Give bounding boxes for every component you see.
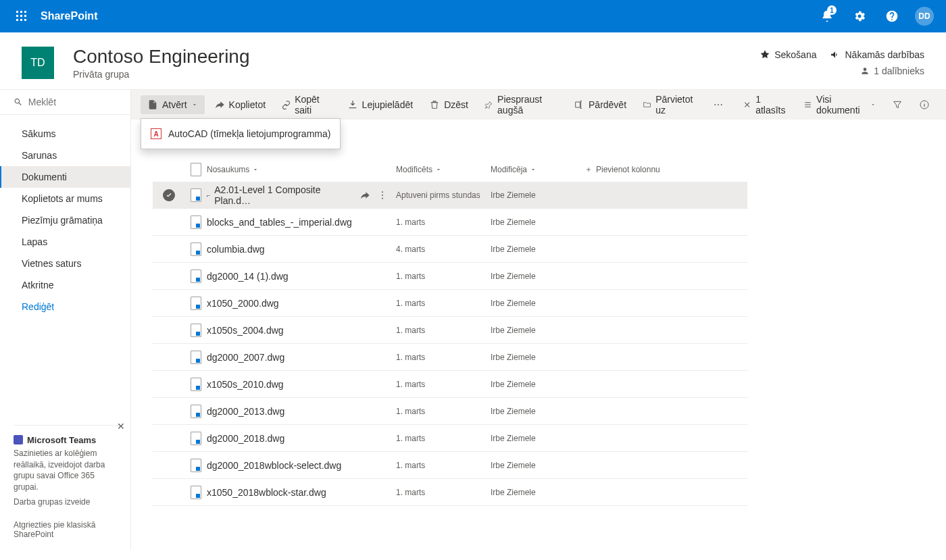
more-vertical-icon[interactable] (377, 190, 388, 201)
file-name[interactable]: dg2000_2013.dwg (207, 406, 284, 417)
svg-rect-4 (20, 15, 22, 17)
app-launcher-icon[interactable] (5, 0, 38, 32)
nav-item-0[interactable]: Sākums (0, 123, 130, 145)
download-button[interactable]: Lejupielādēt (341, 95, 420, 114)
file-name[interactable]: dg2000_2018.dwg (207, 433, 284, 444)
nav-item-8[interactable]: Rediģēt (0, 296, 130, 317)
delete-button[interactable]: Dzēst (422, 95, 475, 114)
chevron-down-icon (530, 166, 537, 173)
modified-by[interactable]: Irbe Ziemele (491, 353, 585, 362)
modified-by[interactable]: Irbe Ziemele (491, 434, 585, 443)
modified-by[interactable]: Irbe Ziemele (491, 461, 585, 470)
modified-date: 1. marts (396, 461, 491, 470)
share-icon[interactable] (359, 190, 370, 201)
move-button[interactable]: Pārvietot uz (636, 90, 703, 120)
table-row[interactable]: dg2000_2018.dwg1. martsIrbe Ziemele (153, 425, 747, 452)
modified-by[interactable]: Irbe Ziemele (491, 488, 585, 497)
nav-item-5[interactable]: Lapas (0, 231, 130, 253)
file-name[interactable]: columbia.dwg (207, 244, 265, 255)
nav-item-4[interactable]: Piezīmju grāmatiņa (0, 209, 130, 231)
table-row[interactable]: dg2000_2007.dwg1. martsIrbe Ziemele (153, 344, 747, 371)
settings-icon[interactable] (843, 0, 876, 32)
chevron-down-icon (252, 166, 259, 173)
nav-item-7[interactable]: Atkritne (0, 274, 130, 296)
document-table: Nosaukums Modificēts Modificēja Pievieno… (153, 157, 747, 506)
table-row[interactable]: x1050_2018wblock-star.dwg1. martsIrbe Zi… (153, 479, 747, 506)
file-name[interactable]: dg2000_2007.dwg (207, 352, 284, 363)
column-header-modified[interactable]: Modificēts (396, 165, 491, 174)
table-row[interactable]: x1050s_2010.dwg1. martsIrbe Ziemele (153, 371, 747, 398)
file-name[interactable]: dg2000_2018wblock-select.dwg (207, 460, 341, 471)
autocad-icon: A (151, 128, 161, 139)
modified-by[interactable]: Irbe Ziemele (491, 218, 585, 227)
nav-item-3[interactable]: Koplietots ar mums (0, 188, 130, 209)
notifications-icon[interactable]: 1 (811, 0, 843, 32)
next-steps-button[interactable]: Nākamās darbības (830, 49, 924, 60)
selected-count[interactable]: 1 atlasīts (736, 90, 794, 120)
app-name[interactable]: SharePoint (41, 10, 97, 22)
pin-button[interactable]: Piespraust augšā (478, 90, 564, 120)
modified-by[interactable]: Irbe Ziemele (491, 326, 585, 335)
file-name[interactable]: x1050s_2010.dwg (207, 379, 284, 390)
site-logo[interactable]: TD (22, 47, 54, 79)
open-dropdown: A AutoCAD (tīmekļa lietojumprogramma) (141, 118, 341, 149)
nav-list: SākumsSarunasDokumentiKoplietots ar mums… (0, 115, 130, 417)
modified-by[interactable]: Irbe Ziemele (491, 245, 585, 254)
info-button[interactable] (912, 95, 937, 114)
table-row[interactable]: dg2000_14 (1).dwg1. martsIrbe Ziemele (153, 263, 747, 290)
help-icon[interactable] (876, 0, 908, 32)
members-count[interactable]: 1 dalībnieks (760, 66, 924, 76)
modified-by[interactable]: Irbe Ziemele (491, 407, 585, 416)
table-row[interactable]: x1050s_2004.dwg1. martsIrbe Ziemele (153, 317, 747, 344)
site-title[interactable]: Contoso Engineering (73, 46, 250, 68)
filter-button[interactable] (885, 95, 910, 114)
classic-link[interactable]: Atgriezties pie klasiskā SharePoint (14, 520, 120, 539)
table-row[interactable]: x1050_2000.dwg1. martsIrbe Ziemele (153, 290, 747, 317)
teams-promo: ✕ Microsoft Teams Sazinieties ar kolēģie… (14, 425, 120, 507)
table-row[interactable]: dg2000_2018wblock-select.dwg1. martsIrbe… (153, 452, 747, 479)
table-row[interactable]: ⌐A2.01-Level 1 Composite Plan.d…Aptuveni… (153, 182, 747, 209)
file-icon (191, 432, 201, 445)
file-name[interactable]: x1050s_2004.dwg (207, 325, 284, 336)
view-selector[interactable]: Visi dokumenti (797, 90, 882, 120)
table-row[interactable]: dg2000_2013.dwg1. martsIrbe Ziemele (153, 398, 747, 425)
modified-by[interactable]: Irbe Ziemele (491, 272, 585, 281)
file-name[interactable]: A2.01-Level 1 Composite Plan.d… (214, 184, 357, 206)
column-header-modified-by[interactable]: Modificēja (491, 165, 585, 174)
table-row[interactable]: columbia.dwg4. martsIrbe Ziemele (153, 236, 747, 263)
file-name[interactable]: x1050_2000.dwg (207, 298, 279, 309)
follow-button[interactable]: Sekošana (760, 49, 816, 60)
modified-by[interactable]: Irbe Ziemele (491, 299, 585, 308)
search-box[interactable] (0, 90, 130, 115)
file-icon (191, 215, 201, 229)
user-avatar[interactable]: DD (915, 7, 934, 26)
table-row[interactable]: blocks_and_tables_-_imperial.dwg1. marts… (153, 209, 747, 236)
more-button[interactable] (706, 95, 730, 114)
close-icon[interactable]: ✕ (117, 421, 125, 432)
column-header-name[interactable]: Nosaukums (207, 165, 396, 174)
file-name[interactable]: blocks_and_tables_-_imperial.dwg (207, 217, 352, 228)
copy-link-button[interactable]: Kopēt saiti (275, 90, 338, 120)
file-name[interactable]: dg2000_14 (1).dwg (207, 271, 289, 282)
file-name[interactable]: x1050_2018wblock-star.dwg (207, 487, 326, 498)
pin-icon (484, 99, 493, 110)
share-button[interactable]: Koplietot (207, 95, 272, 114)
column-header-type[interactable] (185, 163, 207, 176)
site-subtitle: Privāta grupa (73, 69, 250, 80)
nav-item-6[interactable]: Vietnes saturs (0, 253, 130, 274)
notification-badge: 1 (827, 5, 837, 15)
star-icon (760, 49, 770, 60)
modified-by[interactable]: Irbe Ziemele (491, 190, 585, 200)
checkmark-icon[interactable] (163, 189, 175, 201)
svg-rect-0 (16, 11, 18, 13)
modified-by[interactable]: Irbe Ziemele (491, 380, 585, 389)
rename-button[interactable]: Pārdēvēt (567, 95, 633, 114)
nav-item-1[interactable]: Sarunas (0, 145, 130, 166)
teams-create-link[interactable]: Darba grupas izveide (14, 497, 120, 507)
nav-item-2[interactable]: Dokumenti (0, 166, 130, 188)
search-input[interactable] (28, 97, 120, 107)
modified-date: 1. marts (396, 434, 491, 443)
add-column-button[interactable]: Pievienot kolonnu (585, 165, 747, 174)
open-button[interactable]: Atvērt (141, 95, 205, 114)
open-autocad-item[interactable]: A AutoCAD (tīmekļa lietojumprogramma) (141, 123, 340, 145)
